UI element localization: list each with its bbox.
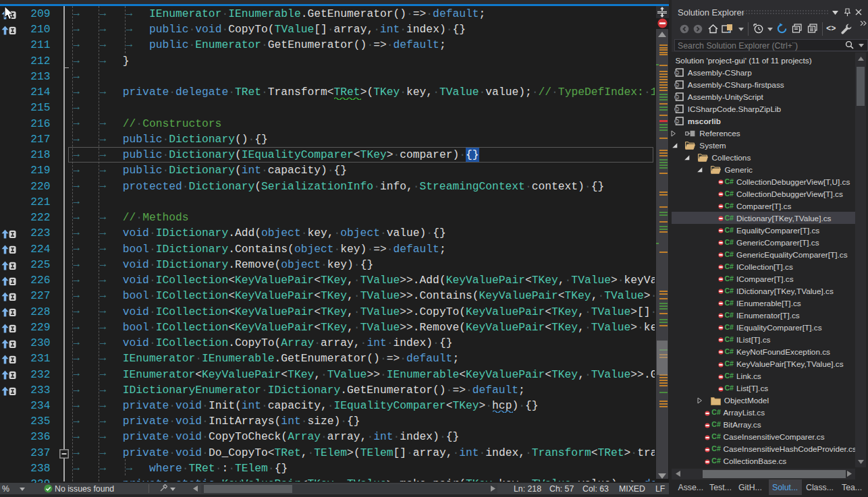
svg-text:C: C <box>676 83 679 88</box>
svg-text:C: C <box>676 71 679 76</box>
svg-text:C: C <box>676 119 679 124</box>
svg-text:C: C <box>676 107 679 112</box>
svg-text:C: C <box>676 95 679 100</box>
